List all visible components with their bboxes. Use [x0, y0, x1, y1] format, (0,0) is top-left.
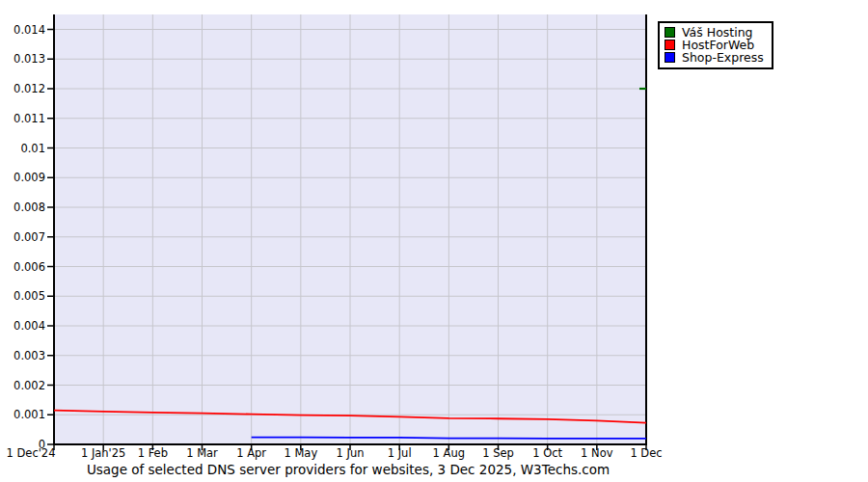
legend-swatch-blue — [665, 52, 675, 63]
x-tick-label: 1 Dec — [630, 446, 662, 460]
y-tick-label: 0.013 — [14, 52, 45, 66]
x-tick-label: 1 Mar — [186, 446, 218, 460]
y-tick-label: 0.009 — [14, 171, 45, 184]
y-tick-label: 0.012 — [14, 82, 45, 95]
x-tick-label: 1 Oct — [532, 446, 562, 460]
y-tick-label: 0.008 — [14, 201, 45, 214]
y-tick-label: 0.003 — [14, 349, 45, 362]
x-tick-label: 1 Dec'24 — [6, 446, 55, 460]
y-tick-label: 0.007 — [14, 230, 45, 244]
y-tick-label: 0.01 — [20, 142, 45, 155]
y-tick-label: 0.005 — [14, 289, 45, 303]
x-tick-label: 1 Sep — [482, 446, 514, 460]
x-tick-label: 1 Aug — [433, 446, 465, 460]
legend-swatch-red — [665, 40, 675, 50]
legend-swatch-green — [665, 27, 675, 38]
legend-box: Váš Hosting HostForWeb Shop-Express — [658, 21, 773, 69]
y-tick-label: 0.002 — [14, 379, 45, 392]
x-tick-label: 1 Jan'25 — [81, 446, 126, 460]
x-tick-label: 1 Nov — [581, 446, 613, 460]
legend-label: Shop-Express — [682, 51, 764, 64]
y-tick-label: 0.014 — [14, 23, 45, 37]
y-tick-label: 0.004 — [14, 319, 45, 333]
chart-figure: 00.0010.0020.0030.0040.0050.0060.0070.00… — [0, 0, 868, 482]
legend-item: Shop-Express — [665, 51, 764, 64]
x-tick-label: 1 Jul — [388, 446, 412, 460]
y-tick-label: 0.006 — [14, 260, 45, 274]
y-tick-label: 0.001 — [14, 408, 45, 421]
x-tick-label: 1 May — [284, 446, 317, 460]
x-tick-label: 1 Apr — [236, 446, 266, 460]
x-tick-label: 1 Feb — [138, 446, 168, 460]
chart-caption: Usage of selected DNS server providers f… — [0, 462, 696, 477]
y-tick-label: 0.011 — [14, 112, 45, 125]
chart-canvas: 00.0010.0020.0030.0040.0050.0060.0070.00… — [0, 0, 868, 482]
x-tick-label: 1 Jun — [337, 446, 365, 460]
